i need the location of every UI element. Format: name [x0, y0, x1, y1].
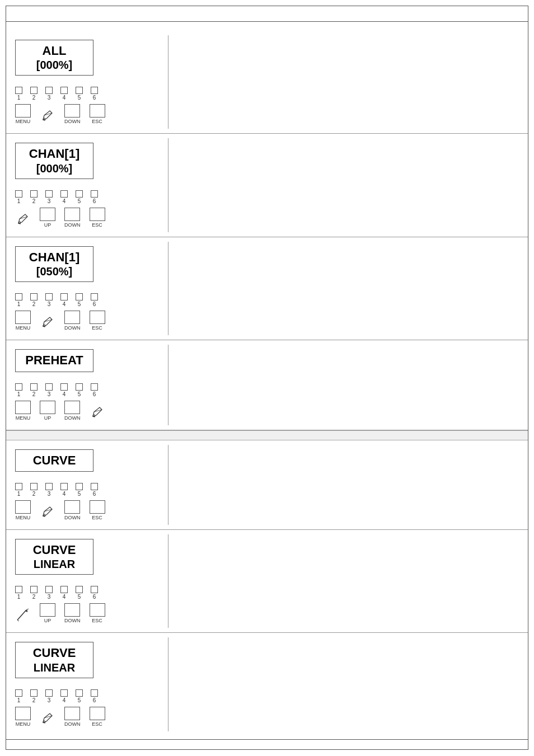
checkbox-item: 4	[60, 586, 68, 600]
checkbox[interactable]	[15, 293, 22, 300]
checkbox[interactable]	[76, 87, 83, 94]
section-row: CURVELINEAR123456MENU DOWNESC	[6, 633, 528, 735]
checkbox-label: 4	[63, 391, 66, 397]
button-box[interactable]	[15, 401, 31, 414]
checkbox-label: 4	[63, 95, 66, 101]
checkbox[interactable]	[15, 383, 22, 391]
checkbox[interactable]	[45, 87, 53, 94]
checkbox[interactable]	[45, 190, 53, 198]
button-item	[40, 504, 55, 517]
checkbox[interactable]	[45, 689, 53, 697]
button-box[interactable]	[64, 401, 80, 414]
checkbox[interactable]	[15, 483, 22, 490]
checkbox[interactable]	[45, 383, 53, 391]
buttons-row: MENU DOWNESC	[15, 311, 161, 331]
button-box[interactable]	[40, 401, 55, 414]
checkbox-label: 6	[93, 491, 96, 497]
checkbox[interactable]	[91, 293, 98, 300]
checkbox[interactable]	[60, 87, 68, 94]
display-line1: CURVE	[22, 453, 86, 468]
button-box[interactable]	[64, 707, 80, 720]
checkbox[interactable]	[30, 190, 38, 198]
checkbox-label: 5	[78, 594, 81, 600]
button-box[interactable]	[15, 500, 31, 514]
button-box[interactable]	[15, 311, 31, 324]
button-box[interactable]	[40, 603, 55, 617]
pen-icon[interactable]	[40, 710, 55, 724]
checkbox[interactable]	[91, 483, 98, 490]
checkbox[interactable]	[30, 383, 38, 391]
checkbox-item: 3	[45, 383, 53, 397]
button-box[interactable]	[15, 707, 31, 720]
checkbox[interactable]	[30, 87, 38, 94]
pen-icon[interactable]	[15, 607, 31, 620]
checkbox[interactable]	[91, 190, 98, 198]
checkbox[interactable]	[76, 586, 83, 593]
display-box: CURVELINEAR	[15, 642, 93, 678]
pen-icon[interactable]	[40, 504, 55, 517]
checkbox-item: 3	[45, 586, 53, 600]
checkbox[interactable]	[15, 87, 22, 94]
button-box[interactable]	[90, 707, 105, 720]
checkbox[interactable]	[15, 586, 22, 593]
checkbox[interactable]	[30, 586, 38, 593]
button-item	[40, 107, 55, 121]
checkbox-label: 6	[93, 301, 96, 307]
checkbox[interactable]	[60, 383, 68, 391]
button-box[interactable]	[64, 603, 80, 617]
checkbox[interactable]	[60, 483, 68, 490]
checkbox[interactable]	[76, 190, 83, 198]
checkbox[interactable]	[76, 383, 83, 391]
checkbox-label: 4	[63, 301, 66, 307]
checkbox-label: 1	[17, 198, 21, 204]
checkbox[interactable]	[30, 293, 38, 300]
checkbox[interactable]	[45, 293, 53, 300]
checkboxes-row: 123456	[15, 190, 161, 204]
checkbox[interactable]	[15, 689, 22, 697]
display-box: PREHEAT	[15, 349, 93, 372]
checkbox[interactable]	[91, 586, 98, 593]
checkbox[interactable]	[45, 483, 53, 490]
checkbox[interactable]	[30, 483, 38, 490]
button-box[interactable]	[64, 500, 80, 514]
checkbox-item: 2	[30, 586, 38, 600]
checkbox[interactable]	[91, 87, 98, 94]
checkbox[interactable]	[91, 383, 98, 391]
checkbox[interactable]	[91, 689, 98, 697]
pen-icon[interactable]	[40, 314, 55, 327]
checkbox[interactable]	[60, 586, 68, 593]
button-label: MENU	[16, 325, 31, 331]
button-box[interactable]	[90, 500, 105, 514]
checkbox-label: 1	[17, 594, 21, 600]
checkbox[interactable]	[30, 689, 38, 697]
button-box[interactable]	[90, 208, 105, 221]
button-box[interactable]	[15, 104, 31, 118]
button-box[interactable]	[90, 104, 105, 118]
button-box[interactable]	[64, 208, 80, 221]
checkbox-item: 2	[30, 87, 38, 101]
button-box[interactable]	[64, 104, 80, 118]
button-box[interactable]	[90, 311, 105, 324]
checkbox[interactable]	[76, 483, 83, 490]
button-label: UP	[44, 415, 51, 421]
checkbox[interactable]	[15, 190, 22, 198]
checkbox-label: 5	[78, 391, 81, 397]
checkbox[interactable]	[45, 586, 53, 593]
pen-icon[interactable]	[15, 211, 31, 224]
checkbox-item: 6	[91, 483, 98, 497]
checkbox-item: 5	[76, 190, 83, 204]
pen-icon[interactable]	[90, 404, 105, 417]
button-box[interactable]	[64, 311, 80, 324]
button-box[interactable]	[40, 208, 55, 221]
checkbox-label: 3	[48, 301, 51, 307]
checkbox[interactable]	[76, 689, 83, 697]
checkbox[interactable]	[76, 293, 83, 300]
bottom-bar	[6, 739, 528, 749]
pen-icon[interactable]	[40, 107, 55, 121]
button-box[interactable]	[90, 603, 105, 617]
checkbox[interactable]	[60, 689, 68, 697]
button-item	[15, 607, 31, 620]
checkbox-item: 1	[15, 190, 22, 204]
checkbox[interactable]	[60, 293, 68, 300]
checkbox[interactable]	[60, 190, 68, 198]
